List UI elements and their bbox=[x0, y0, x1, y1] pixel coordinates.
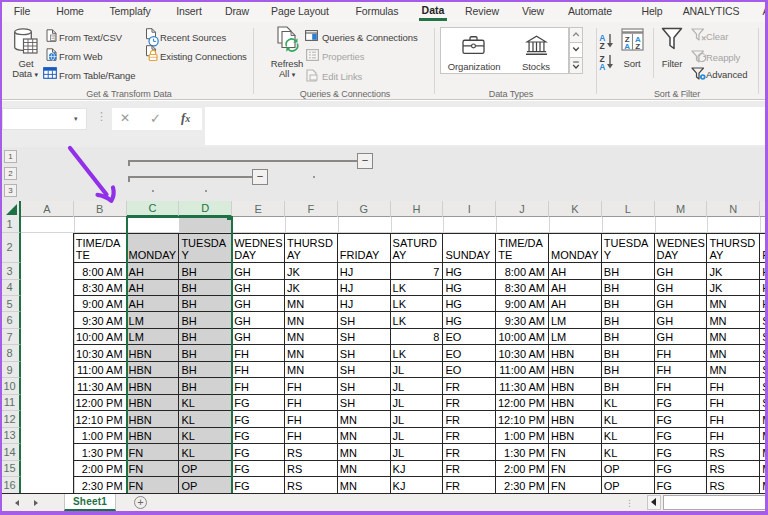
svg-text:Z: Z bbox=[600, 41, 605, 50]
svg-text:Z: Z bbox=[635, 42, 640, 51]
svg-text:A: A bbox=[599, 62, 605, 71]
svg-text:A: A bbox=[624, 42, 630, 51]
